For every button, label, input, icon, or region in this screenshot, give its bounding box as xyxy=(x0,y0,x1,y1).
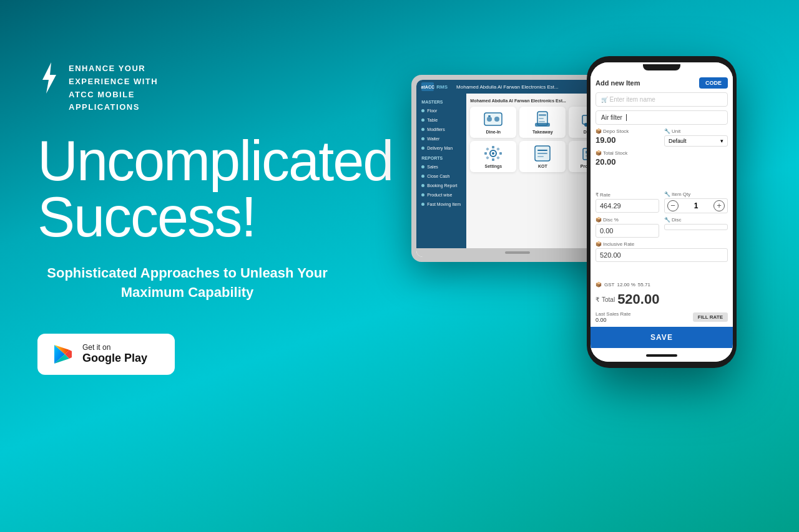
menu-card-kot-label: KOT xyxy=(538,164,547,168)
phone-screen: Add new Item CODE 🛒 Enter item name Air … xyxy=(591,62,733,362)
menu-card-settings[interactable]: Settings xyxy=(470,141,516,172)
depo-stock-label-icon: 📦 xyxy=(596,128,602,134)
phone-home-area xyxy=(591,349,733,362)
qty-minus-button[interactable]: − xyxy=(667,200,679,211)
item-name-placeholder[interactable]: 🛒 Enter item name xyxy=(596,92,728,107)
disc-icon: 🔧 xyxy=(664,217,670,223)
disc-percent-label: 📦 Disc % xyxy=(596,217,659,223)
right-panel: atACC RMS Mohamed Abdulla Al Farwan Elec… xyxy=(393,37,762,507)
disc-input[interactable] xyxy=(664,224,728,230)
total-value: 520.00 xyxy=(617,291,659,307)
svg-rect-7 xyxy=(539,118,544,119)
menu-card-kot[interactable]: KOT xyxy=(519,141,566,172)
svg-rect-21 xyxy=(496,147,500,151)
svg-marker-0 xyxy=(42,62,56,94)
sidebar-item-dot xyxy=(421,193,424,196)
svg-point-2 xyxy=(487,117,492,122)
gst-row: 📦 GST 12.00 % 55.71 xyxy=(596,282,728,288)
svg-rect-16 xyxy=(492,146,494,148)
phone-statusbar xyxy=(591,62,733,72)
sub-heading: Sophisticated Approaches to Unleash Your… xyxy=(37,264,337,302)
menu-card-settings-label: Settings xyxy=(484,164,502,168)
svg-rect-27 xyxy=(537,156,544,157)
menu-card-takeaway[interactable]: Takeaway xyxy=(519,107,566,138)
sidebar-reports-title: Reports xyxy=(419,153,464,162)
add-item-header: Add new Item CODE xyxy=(596,77,728,89)
phone-content: Add new Item CODE 🛒 Enter item name Air … xyxy=(591,72,733,349)
sidebar-item-sales[interactable]: Sales xyxy=(419,163,464,171)
sidebar-item-dot xyxy=(421,175,424,178)
sidebar-item-delivery-man[interactable]: Delivery Man xyxy=(419,144,464,152)
main-heading: Uncomplicated Success! xyxy=(37,133,393,245)
sidebar-item-dot xyxy=(421,184,424,187)
tablet-sidebar: Masters Floor Table Modifiers xyxy=(416,94,466,248)
rate-field: ₹ Rate 464.29 xyxy=(596,192,659,213)
sidebar-masters-title: Masters xyxy=(419,97,464,105)
left-panel: ENHANCE YOUR EXPERIENCE WITH ATCC MOBILE… xyxy=(37,37,393,375)
last-rate-label: Last Sales Rate xyxy=(596,311,630,317)
sidebar-item-fast-moving[interactable]: Fast Moving Item xyxy=(419,200,464,208)
unit-label: 🔧 Unit xyxy=(664,128,728,134)
svg-rect-8 xyxy=(539,121,545,122)
inclusive-rate-label: 📦 Inclusive Rate xyxy=(596,241,728,247)
qty-plus-button[interactable]: + xyxy=(713,200,725,211)
qty-value: 1 xyxy=(681,201,711,210)
sidebar-item-dot xyxy=(421,165,424,168)
sidebar-item-waiter[interactable]: Waiter xyxy=(419,135,464,143)
last-rate-row: Last Sales Rate 0.00 FILL RATE xyxy=(596,311,728,323)
total-label: Total xyxy=(602,296,615,303)
last-rate-value: 0.00 xyxy=(596,317,630,323)
qty-label-icon: 🔧 xyxy=(664,191,670,197)
unit-select[interactable]: Default ▾ xyxy=(664,135,728,147)
rate-input[interactable]: 464.29 xyxy=(596,199,659,213)
fill-rate-button[interactable]: FILL RATE xyxy=(693,312,728,322)
code-button[interactable]: CODE xyxy=(699,77,728,89)
dine-in-icon xyxy=(483,110,503,128)
depo-unit-row: 📦 Depo Stock 19.00 🔧 Unit Default xyxy=(596,128,728,147)
sidebar-item-dot xyxy=(421,137,424,140)
svg-rect-26 xyxy=(537,153,547,154)
phone-device: Add new Item CODE 🛒 Enter item name Air … xyxy=(587,56,737,368)
rate-label: ₹ Rate xyxy=(596,192,659,198)
tablet-app-name: RMS xyxy=(436,84,448,90)
sidebar-item-dot xyxy=(421,147,424,150)
svg-rect-22 xyxy=(486,156,489,160)
sidebar-item-close-cash[interactable]: Close Cash xyxy=(419,172,464,180)
total-row: ₹ Total 520.00 xyxy=(596,291,728,307)
svg-rect-17 xyxy=(492,158,494,161)
disc-field: 🔧 Disc xyxy=(664,217,728,238)
svg-rect-18 xyxy=(484,152,487,155)
item-name-input[interactable]: Air filter xyxy=(596,110,728,125)
takeaway-icon xyxy=(532,110,552,128)
app-logo-text: atACC xyxy=(421,85,434,89)
total-stock-value: 20.00 xyxy=(596,157,728,167)
phone-notch xyxy=(643,64,680,70)
depo-stock-value: 19.00 xyxy=(596,135,659,145)
save-button[interactable]: SAVE xyxy=(591,327,733,348)
sidebar-item-modifiers[interactable]: Modifiers xyxy=(419,125,464,133)
disc-percent-input[interactable]: 0.00 xyxy=(596,224,659,238)
menu-card-dine-in[interactable]: Dine-In xyxy=(470,107,516,138)
qty-label: 🔧 Item Qty xyxy=(664,191,728,197)
inclusive-rate-input[interactable]: 520.00 xyxy=(596,248,728,262)
total-stock-label: 📦 Total Stock xyxy=(596,150,728,156)
svg-rect-6 xyxy=(539,114,546,116)
disc-percent-icon: 📦 xyxy=(596,217,602,223)
disc-row: 📦 Disc % 0.00 🔧 Disc xyxy=(596,217,728,238)
rate-currency-icon: ₹ xyxy=(596,192,599,198)
sidebar-item-table[interactable]: Table xyxy=(419,116,464,124)
total-stock-field: 📦 Total Stock 20.00 xyxy=(596,150,728,188)
svg-rect-20 xyxy=(486,147,489,151)
phone-home-indicator xyxy=(646,354,677,357)
svg-point-3 xyxy=(494,117,499,122)
svg-rect-4 xyxy=(488,115,491,117)
sidebar-item-dot xyxy=(421,128,424,131)
brand-header: ENHANCE YOUR EXPERIENCE WITH ATCC MOBILE… xyxy=(37,62,393,114)
rupee-icon: ₹ xyxy=(596,296,599,303)
sidebar-item-booking-report[interactable]: Booking Report xyxy=(419,181,464,190)
menu-card-dine-in-label: Dine-In xyxy=(486,130,501,134)
sidebar-item-floor[interactable]: Floor xyxy=(419,107,464,115)
sidebar-item-product-wise[interactable]: Product wise xyxy=(419,191,464,199)
google-play-button[interactable]: Get it on Google Play xyxy=(37,334,175,375)
sidebar-item-dot xyxy=(421,118,424,122)
